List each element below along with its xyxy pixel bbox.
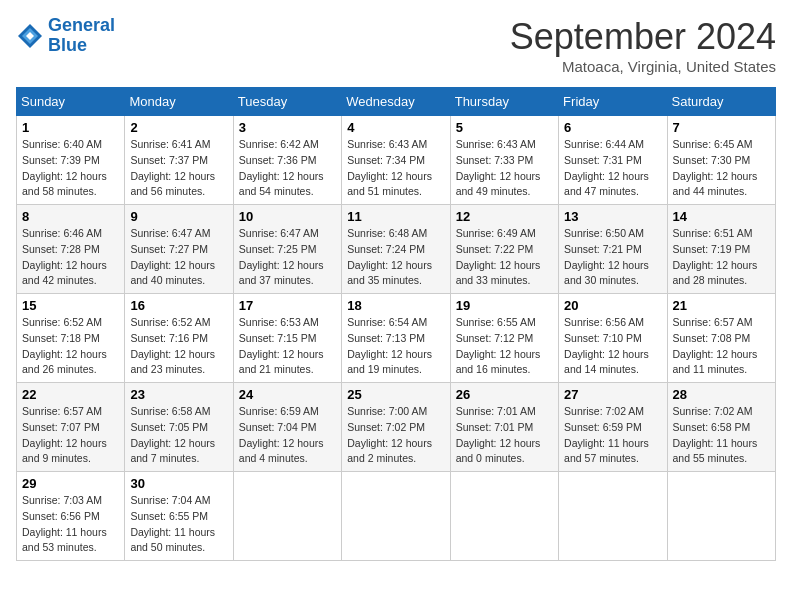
day-info: Sunrise: 7:03 AMSunset: 6:56 PMDaylight:… xyxy=(22,493,119,556)
day-info: Sunrise: 6:54 AMSunset: 7:13 PMDaylight:… xyxy=(347,315,444,378)
calendar-cell: 17Sunrise: 6:53 AMSunset: 7:15 PMDayligh… xyxy=(233,294,341,383)
calendar-cell: 7Sunrise: 6:45 AMSunset: 7:30 PMDaylight… xyxy=(667,116,775,205)
calendar-cell: 20Sunrise: 6:56 AMSunset: 7:10 PMDayligh… xyxy=(559,294,667,383)
day-info: Sunrise: 6:53 AMSunset: 7:15 PMDaylight:… xyxy=(239,315,336,378)
calendar-cell: 14Sunrise: 6:51 AMSunset: 7:19 PMDayligh… xyxy=(667,205,775,294)
calendar-cell: 24Sunrise: 6:59 AMSunset: 7:04 PMDayligh… xyxy=(233,383,341,472)
day-info: Sunrise: 6:49 AMSunset: 7:22 PMDaylight:… xyxy=(456,226,553,289)
calendar-cell: 8Sunrise: 6:46 AMSunset: 7:28 PMDaylight… xyxy=(17,205,125,294)
day-number: 27 xyxy=(564,387,661,402)
calendar-cell: 22Sunrise: 6:57 AMSunset: 7:07 PMDayligh… xyxy=(17,383,125,472)
calendar-cell: 1Sunrise: 6:40 AMSunset: 7:39 PMDaylight… xyxy=(17,116,125,205)
day-info: Sunrise: 7:02 AMSunset: 6:59 PMDaylight:… xyxy=(564,404,661,467)
calendar-cell: 29Sunrise: 7:03 AMSunset: 6:56 PMDayligh… xyxy=(17,472,125,561)
day-number: 30 xyxy=(130,476,227,491)
day-number: 20 xyxy=(564,298,661,313)
weekday-header-friday: Friday xyxy=(559,88,667,116)
day-info: Sunrise: 7:02 AMSunset: 6:58 PMDaylight:… xyxy=(673,404,770,467)
day-number: 29 xyxy=(22,476,119,491)
day-info: Sunrise: 6:47 AMSunset: 7:25 PMDaylight:… xyxy=(239,226,336,289)
weekday-header-saturday: Saturday xyxy=(667,88,775,116)
day-number: 3 xyxy=(239,120,336,135)
day-number: 23 xyxy=(130,387,227,402)
day-info: Sunrise: 6:43 AMSunset: 7:34 PMDaylight:… xyxy=(347,137,444,200)
logo-text: General Blue xyxy=(48,16,115,56)
day-number: 15 xyxy=(22,298,119,313)
calendar-cell: 9Sunrise: 6:47 AMSunset: 7:27 PMDaylight… xyxy=(125,205,233,294)
calendar-cell: 23Sunrise: 6:58 AMSunset: 7:05 PMDayligh… xyxy=(125,383,233,472)
day-info: Sunrise: 6:52 AMSunset: 7:18 PMDaylight:… xyxy=(22,315,119,378)
location-title: Matoaca, Virginia, United States xyxy=(510,58,776,75)
day-info: Sunrise: 7:00 AMSunset: 7:02 PMDaylight:… xyxy=(347,404,444,467)
calendar-cell xyxy=(450,472,558,561)
day-info: Sunrise: 7:04 AMSunset: 6:55 PMDaylight:… xyxy=(130,493,227,556)
day-info: Sunrise: 6:50 AMSunset: 7:21 PMDaylight:… xyxy=(564,226,661,289)
calendar-cell: 26Sunrise: 7:01 AMSunset: 7:01 PMDayligh… xyxy=(450,383,558,472)
day-info: Sunrise: 6:55 AMSunset: 7:12 PMDaylight:… xyxy=(456,315,553,378)
day-number: 1 xyxy=(22,120,119,135)
day-number: 9 xyxy=(130,209,227,224)
day-info: Sunrise: 6:59 AMSunset: 7:04 PMDaylight:… xyxy=(239,404,336,467)
calendar-cell xyxy=(667,472,775,561)
weekday-header-monday: Monday xyxy=(125,88,233,116)
month-title: September 2024 xyxy=(510,16,776,58)
day-info: Sunrise: 6:43 AMSunset: 7:33 PMDaylight:… xyxy=(456,137,553,200)
weekday-header-wednesday: Wednesday xyxy=(342,88,450,116)
calendar-cell: 10Sunrise: 6:47 AMSunset: 7:25 PMDayligh… xyxy=(233,205,341,294)
day-number: 22 xyxy=(22,387,119,402)
day-number: 10 xyxy=(239,209,336,224)
day-info: Sunrise: 6:41 AMSunset: 7:37 PMDaylight:… xyxy=(130,137,227,200)
calendar-cell: 27Sunrise: 7:02 AMSunset: 6:59 PMDayligh… xyxy=(559,383,667,472)
day-number: 28 xyxy=(673,387,770,402)
day-number: 7 xyxy=(673,120,770,135)
calendar-cell: 2Sunrise: 6:41 AMSunset: 7:37 PMDaylight… xyxy=(125,116,233,205)
day-number: 2 xyxy=(130,120,227,135)
week-row-2: 8Sunrise: 6:46 AMSunset: 7:28 PMDaylight… xyxy=(17,205,776,294)
day-number: 25 xyxy=(347,387,444,402)
weekday-header-sunday: Sunday xyxy=(17,88,125,116)
title-section: September 2024 Matoaca, Virginia, United… xyxy=(510,16,776,75)
week-row-4: 22Sunrise: 6:57 AMSunset: 7:07 PMDayligh… xyxy=(17,383,776,472)
weekday-header-thursday: Thursday xyxy=(450,88,558,116)
day-info: Sunrise: 6:44 AMSunset: 7:31 PMDaylight:… xyxy=(564,137,661,200)
day-number: 14 xyxy=(673,209,770,224)
calendar-cell: 25Sunrise: 7:00 AMSunset: 7:02 PMDayligh… xyxy=(342,383,450,472)
day-info: Sunrise: 6:56 AMSunset: 7:10 PMDaylight:… xyxy=(564,315,661,378)
calendar-table: SundayMondayTuesdayWednesdayThursdayFrid… xyxy=(16,87,776,561)
calendar-cell xyxy=(559,472,667,561)
calendar-cell: 11Sunrise: 6:48 AMSunset: 7:24 PMDayligh… xyxy=(342,205,450,294)
day-number: 19 xyxy=(456,298,553,313)
day-number: 12 xyxy=(456,209,553,224)
day-info: Sunrise: 6:57 AMSunset: 7:08 PMDaylight:… xyxy=(673,315,770,378)
calendar-cell: 19Sunrise: 6:55 AMSunset: 7:12 PMDayligh… xyxy=(450,294,558,383)
day-number: 18 xyxy=(347,298,444,313)
calendar-cell xyxy=(342,472,450,561)
day-info: Sunrise: 6:45 AMSunset: 7:30 PMDaylight:… xyxy=(673,137,770,200)
day-info: Sunrise: 6:57 AMSunset: 7:07 PMDaylight:… xyxy=(22,404,119,467)
day-number: 8 xyxy=(22,209,119,224)
calendar-cell xyxy=(233,472,341,561)
calendar-cell: 21Sunrise: 6:57 AMSunset: 7:08 PMDayligh… xyxy=(667,294,775,383)
calendar-cell: 13Sunrise: 6:50 AMSunset: 7:21 PMDayligh… xyxy=(559,205,667,294)
week-row-5: 29Sunrise: 7:03 AMSunset: 6:56 PMDayligh… xyxy=(17,472,776,561)
calendar-cell: 3Sunrise: 6:42 AMSunset: 7:36 PMDaylight… xyxy=(233,116,341,205)
logo-blue: Blue xyxy=(48,35,87,55)
calendar-cell: 4Sunrise: 6:43 AMSunset: 7:34 PMDaylight… xyxy=(342,116,450,205)
week-row-3: 15Sunrise: 6:52 AMSunset: 7:18 PMDayligh… xyxy=(17,294,776,383)
logo-general: General xyxy=(48,15,115,35)
page-header: General Blue September 2024 Matoaca, Vir… xyxy=(16,16,776,75)
calendar-cell: 15Sunrise: 6:52 AMSunset: 7:18 PMDayligh… xyxy=(17,294,125,383)
day-number: 6 xyxy=(564,120,661,135)
day-info: Sunrise: 6:48 AMSunset: 7:24 PMDaylight:… xyxy=(347,226,444,289)
day-number: 17 xyxy=(239,298,336,313)
day-info: Sunrise: 6:47 AMSunset: 7:27 PMDaylight:… xyxy=(130,226,227,289)
week-row-1: 1Sunrise: 6:40 AMSunset: 7:39 PMDaylight… xyxy=(17,116,776,205)
day-number: 4 xyxy=(347,120,444,135)
day-number: 5 xyxy=(456,120,553,135)
day-number: 13 xyxy=(564,209,661,224)
day-number: 26 xyxy=(456,387,553,402)
day-info: Sunrise: 6:51 AMSunset: 7:19 PMDaylight:… xyxy=(673,226,770,289)
calendar-cell: 28Sunrise: 7:02 AMSunset: 6:58 PMDayligh… xyxy=(667,383,775,472)
calendar-cell: 5Sunrise: 6:43 AMSunset: 7:33 PMDaylight… xyxy=(450,116,558,205)
logo-icon xyxy=(16,22,44,50)
